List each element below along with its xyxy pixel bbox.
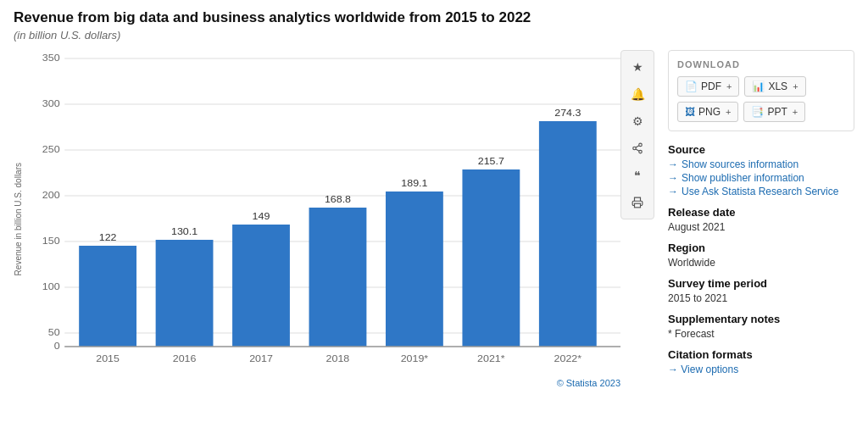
show-publisher-link[interactable]: → Show publisher information [668,172,854,184]
source-label: Source [668,143,854,156]
pdf-icon: 📄 [685,80,698,92]
region-value: Worldwide [668,257,854,269]
svg-text:300: 300 [42,98,60,108]
arrow-icon-3: → [668,186,678,197]
svg-point-31 [639,143,643,147]
citation-section: Citation formats → View options [668,348,854,375]
show-sources-link[interactable]: → Show sources information [668,158,854,170]
svg-text:2017: 2017 [249,353,273,364]
svg-text:168.8: 168.8 [325,194,352,204]
png-label: PNG [698,106,721,118]
survey-period-label: Survey time period [668,277,854,290]
svg-text:0: 0 [54,341,60,351]
bar-2016 [156,240,214,347]
bar-2022 [539,121,597,347]
download-pdf-button[interactable]: 📄 PDF + [677,76,739,97]
chart-inner: 350 300 250 200 150 100 50 0 122 2015 [26,50,620,388]
xls-icon: 📊 [752,80,765,92]
y-axis-label: Revenue in billion U.S. dollars [14,163,23,275]
region-section: Region Worldwide [668,241,854,269]
png-icon: 🖼 [685,106,695,118]
share-button[interactable] [625,136,650,161]
svg-point-33 [639,150,643,153]
right-panel: DOWNLOAD 📄 PDF + 📊 XLS + 🖼 PNG [668,50,854,384]
alert-button[interactable]: 🔔 [625,81,650,107]
png-plus: + [726,107,731,117]
bar-2017 [232,225,290,347]
bar-2018 [309,208,367,347]
svg-point-32 [633,147,637,150]
survey-period-value: 2015 to 2021 [668,292,854,304]
arrow-icon-2: → [668,172,678,184]
download-buttons: 📄 PDF + 📊 XLS + 🖼 PNG + [677,76,845,122]
svg-line-34 [636,149,639,151]
download-label: DOWNLOAD [677,59,845,69]
svg-text:200: 200 [42,190,60,200]
svg-text:150: 150 [42,236,60,246]
citation-label: Citation formats [668,348,854,361]
bar-2019 [386,192,443,347]
download-png-button[interactable]: 🖼 PNG + [677,102,738,122]
settings-button[interactable]: ⚙ [625,108,650,134]
svg-text:2018: 2018 [326,353,350,364]
ppt-label: PPT [767,106,787,118]
chart-section: Revenue in billion U.S. dollars 350 [14,50,654,388]
supplementary-notes-value: * Forecast [668,328,854,340]
svg-text:2021*: 2021* [477,353,505,364]
download-xls-button[interactable]: 📊 XLS + [744,76,805,97]
ask-statista-text: Use Ask Statista Research Service [682,186,838,197]
supplementary-notes-label: Supplementary notes [668,313,854,325]
view-options-text: → View options [668,364,738,375]
svg-text:215.7: 215.7 [478,156,504,166]
svg-text:100: 100 [42,281,60,291]
svg-text:2022*: 2022* [554,353,582,364]
supplementary-notes-section: Supplementary notes * Forecast [668,313,854,340]
cite-button[interactable]: ❝ [625,163,650,188]
svg-text:122: 122 [99,232,117,242]
svg-text:189.1: 189.1 [401,178,427,188]
print-button[interactable] [625,190,650,215]
chart-title: Revenue from big data and business analy… [14,8,854,27]
pdf-label: PDF [701,80,721,92]
svg-text:2015: 2015 [96,353,120,364]
show-sources-text: Show sources information [682,158,798,170]
view-options-link[interactable]: → View options [668,364,854,375]
svg-text:50: 50 [48,327,60,337]
svg-text:250: 250 [42,144,60,154]
xls-plus: + [793,81,798,92]
svg-text:2019*: 2019* [401,353,429,364]
survey-period-section: Survey time period 2015 to 2021 [668,277,854,304]
ppt-icon: 📑 [751,106,764,118]
svg-text:149: 149 [253,211,270,221]
arrow-icon-1: → [668,158,678,170]
toolbar: ★ 🔔 ⚙ ❝ [620,50,654,219]
bar-chart: 350 300 250 200 150 100 50 0 122 2015 [26,50,620,372]
release-date-value: August 2021 [668,221,854,233]
release-date-label: Release date [668,206,854,219]
favorite-button[interactable]: ★ [625,54,650,80]
svg-text:130.1: 130.1 [171,226,198,236]
bar-2021 [462,169,520,347]
chart-subtitle: (in billion U.S. dollars) [14,29,854,42]
svg-text:2016: 2016 [173,353,197,364]
svg-text:350: 350 [42,53,60,63]
bar-2015 [79,246,136,347]
svg-rect-36 [635,203,641,208]
ppt-plus: + [793,107,798,117]
xls-label: XLS [768,80,787,92]
release-date-section: Release date August 2021 [668,206,854,233]
pdf-plus: + [726,81,732,92]
download-ppt-button[interactable]: 📑 PPT + [743,102,805,122]
svg-line-35 [636,146,639,147]
ask-statista-link[interactable]: → Use Ask Statista Research Service [668,186,854,197]
show-publisher-text: Show publisher information [682,172,804,184]
download-section: DOWNLOAD 📄 PDF + 📊 XLS + 🖼 PNG [668,50,854,131]
svg-text:274.3: 274.3 [554,108,581,118]
statista-credit: © Statista 2023 [26,378,620,388]
region-label: Region [668,241,854,254]
source-section: Source → Show sources information → Show… [668,143,854,197]
